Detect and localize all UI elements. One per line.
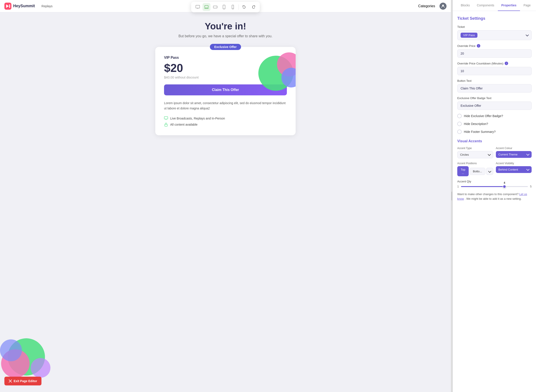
- hide-description-checkbox[interactable]: [457, 122, 462, 126]
- svg-point-9: [217, 7, 217, 7]
- tab-blocks[interactable]: Blocks: [457, 0, 473, 11]
- accent-visibility-chevron: [526, 168, 529, 171]
- device-laptop[interactable]: [203, 3, 211, 11]
- panel-divider[interactable]: [451, 0, 453, 392]
- svg-rect-2: [9, 4, 10, 8]
- user-avatar[interactable]: [439, 3, 447, 10]
- redo-button[interactable]: [249, 3, 257, 11]
- position-dropdown-button[interactable]: [486, 168, 493, 175]
- accent-visibility-value: Behind Content: [498, 168, 518, 171]
- accent-colour-select[interactable]: Current Theme: [496, 151, 532, 158]
- device-desktop[interactable]: [194, 3, 202, 11]
- qty-current-value: 4: [504, 181, 505, 184]
- button-text-input[interactable]: [457, 84, 532, 93]
- accent-visibility-select[interactable]: Behind Content: [496, 166, 532, 173]
- ticket-select-chevron: [526, 33, 529, 36]
- accent-qty-label: Accent Qty: [457, 180, 532, 183]
- svg-rect-6: [205, 5, 208, 8]
- accent-positions-label: Accent Positions: [457, 162, 493, 165]
- page-content: You're in! But before you go, we have a …: [155, 21, 296, 136]
- hide-description-label: Hide Description?: [464, 122, 488, 126]
- accent-colour-value: Current Theme: [498, 153, 517, 156]
- countdown-label: Override Price Countdown (Minutes) i: [457, 62, 532, 65]
- top-nav: HeySummit Replays: [0, 0, 451, 12]
- ticket-select-value: VIP Pass: [461, 33, 477, 38]
- svg-rect-21: [165, 124, 167, 126]
- accent-type-select[interactable]: Circles: [457, 151, 493, 158]
- feature-item-1: Live Broadcasts, Replays and In-Person: [164, 117, 287, 120]
- accent-type-colour-row: Accent Type Circles Accent Colour Curren…: [457, 147, 532, 158]
- svg-point-11: [224, 8, 224, 9]
- ticket-select[interactable]: VIP Pass: [457, 30, 532, 40]
- position-bottom-button[interactable]: Botto...: [470, 168, 485, 175]
- hide-badge-row: Hide Exclusive Offer Badge?: [457, 114, 532, 118]
- nav-replays[interactable]: Replays: [42, 4, 53, 8]
- hide-badge-checkbox[interactable]: [457, 114, 462, 118]
- hide-badge-label: Hide Exclusive Offer Badge?: [464, 114, 503, 118]
- offer-card: VIP Pass $20 $40.00 without discount Cla…: [155, 47, 296, 135]
- exit-page-editor-button[interactable]: Exit Page Editor: [4, 377, 42, 385]
- panel-body: Ticket Settings Ticket VIP Pass Override…: [453, 11, 536, 392]
- override-price-input[interactable]: [457, 49, 532, 58]
- lock-icon: [164, 122, 168, 126]
- qty-slider[interactable]: 4: [461, 186, 528, 187]
- accent-type-group: Accent Type Circles: [457, 147, 493, 158]
- main-content: You're in! But before you go, we have a …: [0, 12, 451, 392]
- qty-max: 5: [530, 185, 532, 188]
- page-subtitle: But before you go, we have a special off…: [155, 34, 296, 38]
- svg-point-14: [442, 5, 444, 6]
- hide-footer-checkbox[interactable]: [457, 130, 462, 134]
- features-list: Live Broadcasts, Replays and In-Person A…: [164, 117, 287, 126]
- hide-description-row: Hide Description?: [457, 122, 532, 126]
- tab-page[interactable]: Page: [520, 0, 534, 11]
- nav-categories[interactable]: Categories: [418, 4, 435, 8]
- logo[interactable]: HeySummit: [4, 3, 35, 10]
- decorative-circles-right: [256, 51, 296, 95]
- accent-positions-group: Accent Positions Top ... Botto...: [457, 162, 493, 176]
- hide-footer-label: Hide Footer Summary?: [464, 130, 496, 134]
- override-price-label: Override Price i: [457, 44, 532, 47]
- feature-item-2: All content available: [164, 122, 287, 126]
- slider-thumb[interactable]: [503, 185, 506, 188]
- offer-card-wrapper: Exclusive Offer VIP Pass $20 $40.00 with…: [155, 47, 296, 135]
- accent-type-chevron: [488, 153, 491, 156]
- button-text-field-group: Button Text: [457, 79, 532, 93]
- countdown-input[interactable]: [457, 67, 532, 75]
- slider-fill: [461, 186, 504, 187]
- ticket-field-group: Ticket VIP Pass: [457, 25, 532, 40]
- help-text-suffix: . We might be able to add it as a new se…: [465, 197, 522, 200]
- description-text: Lorem ipsum dolor sit amet, consectetur …: [164, 101, 287, 111]
- device-tablet-landscape[interactable]: [212, 3, 219, 11]
- countdown-info[interactable]: i: [505, 62, 508, 65]
- monitor-icon: [164, 117, 168, 120]
- svg-point-13: [233, 8, 233, 9]
- accent-visibility-group: Accent Visibility Behind Content: [496, 162, 532, 176]
- svg-rect-18: [164, 117, 168, 119]
- help-text: Want to make other changes to this compo…: [457, 192, 532, 201]
- help-text-prefix: Want to make other changes to this compo…: [457, 192, 518, 196]
- position-dropdown-chevron: [488, 169, 491, 173]
- badge-text-field-group: Exclusive Offer Badge Text: [457, 97, 532, 110]
- visual-accents-title: Visual Accents: [457, 139, 532, 143]
- feature-text-2: All content available: [170, 123, 197, 126]
- device-tablet-portrait[interactable]: [220, 3, 228, 11]
- override-price-info[interactable]: i: [477, 44, 480, 47]
- badge-text-input[interactable]: [457, 102, 532, 110]
- accent-type-value: Circles: [460, 153, 469, 156]
- exclusive-badge: Exclusive Offer: [210, 44, 241, 50]
- left-panel: HeySummit Replays: [0, 0, 451, 392]
- tab-properties[interactable]: Properties: [498, 0, 520, 11]
- undo-button[interactable]: [241, 3, 249, 11]
- badge-text-label: Exclusive Offer Badge Text: [457, 97, 532, 100]
- accent-colour-chevron: [526, 152, 529, 155]
- position-top-button[interactable]: Top ...: [457, 166, 469, 176]
- accent-type-label: Accent Type: [457, 147, 493, 150]
- accent-visibility-label: Accent Visibility: [496, 162, 532, 165]
- accent-colour-label: Accent Colour: [496, 147, 532, 150]
- device-mobile[interactable]: [229, 3, 237, 11]
- tab-components[interactable]: Components: [473, 0, 498, 11]
- close-icon: [9, 379, 12, 383]
- accent-qty-group: Accent Qty 1 4 5: [457, 180, 532, 188]
- accent-qty-row: 1 4 5: [457, 185, 532, 188]
- accent-positions-visibility-row: Accent Positions Top ... Botto... Accent…: [457, 162, 532, 176]
